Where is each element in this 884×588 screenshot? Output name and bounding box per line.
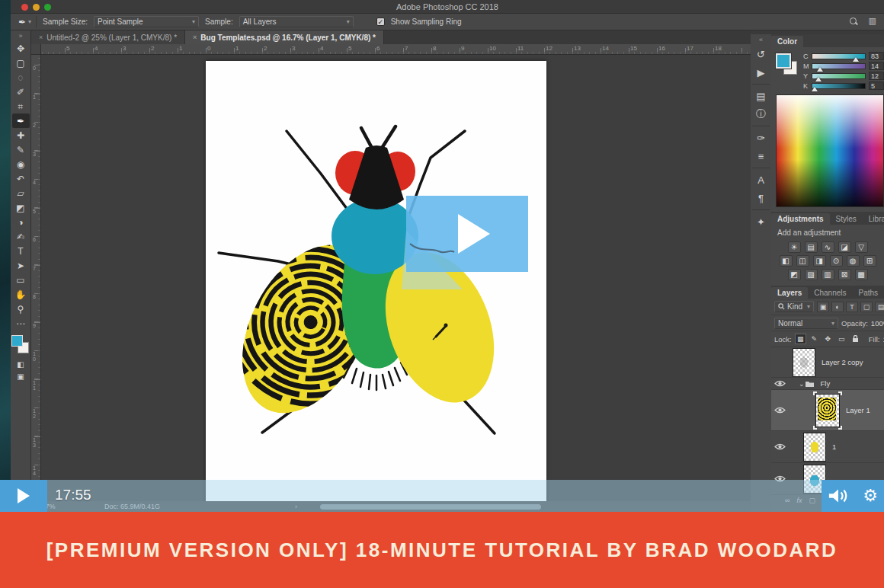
tool-presets-panel-icon[interactable]: ≡ <box>752 147 770 165</box>
tab-color[interactable]: Color <box>771 36 803 47</box>
tool-hand[interactable]: ✋ <box>12 287 30 302</box>
gear-icon[interactable]: ⚙ <box>863 488 878 503</box>
tab-adj-libraries[interactable]: Libraries <box>863 213 884 225</box>
tool-type[interactable]: T <box>12 244 30 258</box>
slider-knob[interactable] <box>817 67 823 72</box>
brightness-contrast-adjustment-icon[interactable]: ☀ <box>788 241 801 253</box>
search-icon[interactable] <box>849 17 858 26</box>
tool-path-selection[interactable]: ➤ <box>12 258 30 273</box>
history-panel-icon[interactable]: ↺ <box>752 45 770 63</box>
channel-value[interactable]: 14 <box>869 62 884 70</box>
tool-eraser[interactable]: ▱ <box>12 186 30 200</box>
layer-visibility-toggle[interactable] <box>771 443 788 451</box>
tab-layers-paths[interactable]: Paths <box>853 287 884 299</box>
channel-slider-m[interactable] <box>812 63 866 69</box>
lock-transparent-pixels-button[interactable]: ▦ <box>795 334 806 344</box>
channel-value[interactable]: 83 <box>869 52 884 60</box>
tool-zoom[interactable]: ⚲ <box>12 302 30 316</box>
layer-thumbnail[interactable] <box>803 433 826 462</box>
close-tab-icon[interactable]: × <box>193 34 197 41</box>
tab-layers-layers[interactable]: Layers <box>771 287 808 299</box>
foreground-color-swatch[interactable] <box>776 53 791 69</box>
tool-edit-toolbar[interactable]: ⋯ <box>12 316 30 331</box>
exposure-adjustment-icon[interactable]: ◪ <box>838 241 851 253</box>
selective-color-adjustment-icon[interactable]: ▩ <box>855 269 868 280</box>
tool-marquee[interactable]: ▢ <box>12 56 30 70</box>
color-spectrum-ramp[interactable] <box>776 94 884 207</box>
channel-slider-y[interactable] <box>812 73 866 79</box>
layer-visibility-toggle[interactable] <box>771 379 788 388</box>
layer-row[interactable]: Layer 2 copy <box>771 347 884 378</box>
channel-mixer-adjustment-icon[interactable]: ◍ <box>847 255 860 267</box>
posterize-adjustment-icon[interactable]: ▨ <box>805 269 818 280</box>
tab-layers-channels[interactable]: Channels <box>808 287 852 299</box>
tab-adj-adjustments[interactable]: Adjustments <box>771 213 830 225</box>
filter-type-layers-icon[interactable]: T <box>846 302 858 312</box>
lock-all-button[interactable] <box>850 334 861 344</box>
opacity-value[interactable]: 100% <box>871 319 884 328</box>
layer-thumbnail[interactable] <box>815 394 840 427</box>
lock-position-button[interactable]: ✥ <box>822 334 834 344</box>
collapse-toolbar-icon[interactable]: » <box>18 32 22 41</box>
tool-crop[interactable]: ⌗ <box>12 99 30 113</box>
channel-value[interactable]: 5 <box>869 81 884 90</box>
layer-row[interactable]: Layer 1 <box>771 390 884 431</box>
levels-adjustment-icon[interactable]: ▤ <box>805 241 818 253</box>
layer-visibility-toggle[interactable] <box>771 406 788 414</box>
tool-dodge[interactable]: ◑ <box>12 215 30 229</box>
slider-knob[interactable] <box>812 87 818 91</box>
layer-row[interactable]: 1 <box>771 431 884 463</box>
slider-knob[interactable] <box>853 57 859 62</box>
paragraph-panel-icon[interactable]: ¶ <box>752 189 770 207</box>
filter-pixel-layers-icon[interactable]: ▣ <box>817 302 829 312</box>
tool-shape[interactable]: ▭ <box>12 273 30 287</box>
tool-quick-selection[interactable]: ✐ <box>12 85 30 99</box>
foreground-color-swatch[interactable] <box>11 335 23 347</box>
lock-artboard-button[interactable]: ▭ <box>836 334 847 344</box>
artwork-canvas[interactable] <box>206 61 546 503</box>
actions-panel-icon[interactable]: ▶ <box>752 63 770 81</box>
photo-filter-adjustment-icon[interactable]: ⊙ <box>830 255 843 267</box>
tool-history-brush[interactable]: ↶ <box>12 171 30 186</box>
vibrance-adjustment-icon[interactable]: ▽ <box>855 241 868 253</box>
sample-select[interactable]: All Layers▾ <box>239 16 354 27</box>
channel-slider-c[interactable] <box>812 53 866 59</box>
channel-slider-k[interactable] <box>812 83 866 89</box>
tool-pen[interactable]: ✍ <box>12 229 30 244</box>
gradient-map-adjustment-icon[interactable]: ⊠ <box>838 269 851 280</box>
group-caret-icon[interactable]: ⌄ <box>799 380 805 388</box>
close-tab-icon[interactable]: × <box>39 34 43 41</box>
document-tab[interactable]: ×Untitled-2 @ 25% (Layer 1, CMYK/8) * <box>31 30 185 44</box>
info-panel-icon[interactable]: ⓘ <box>752 105 770 123</box>
tool-brush[interactable]: ✎ <box>12 142 30 157</box>
tool-healing-brush[interactable]: ✚ <box>12 128 30 142</box>
tool-clone-stamp[interactable]: ◉ <box>12 157 30 171</box>
quick-mask-button[interactable]: ◧ <box>12 358 30 370</box>
hue-saturation-adjustment-icon[interactable]: ◧ <box>780 255 793 267</box>
device-preview-panel-icon[interactable]: ▤ <box>752 87 770 105</box>
character-panel-icon[interactable]: A <box>752 171 770 189</box>
tool-eyedropper[interactable]: ✒ <box>12 113 30 128</box>
layer-filter-kind-select[interactable]: Kind ▾ <box>774 301 814 312</box>
tab-adj-styles[interactable]: Styles <box>830 213 863 225</box>
play-button[interactable] <box>0 480 47 512</box>
lock-image-pixels-button[interactable]: ✎ <box>809 334 820 344</box>
black-white-adjustment-icon[interactable]: ◨ <box>813 255 826 267</box>
layer-thumbnail[interactable] <box>793 348 815 377</box>
tool-gradient[interactable]: ◩ <box>12 200 30 215</box>
expand-dock-icon[interactable]: « <box>759 36 763 45</box>
active-tool-preview[interactable]: ✒ ▾ <box>18 16 37 28</box>
show-sampling-ring-checkbox[interactable]: ✓ <box>376 18 385 26</box>
blend-mode-select[interactable]: Normal▾ <box>774 318 838 329</box>
curves-adjustment-icon[interactable]: ∿ <box>822 241 834 253</box>
slider-knob[interactable] <box>815 77 822 81</box>
color-balance-adjustment-icon[interactable]: ◫ <box>796 255 809 267</box>
color-lookup-adjustment-icon[interactable]: ⊞ <box>863 255 876 267</box>
filter-smart-objects-icon[interactable]: ▤ <box>875 302 884 312</box>
channel-value[interactable]: 12 <box>869 72 884 80</box>
volume-icon[interactable] <box>828 487 849 504</box>
tool-lasso[interactable]: ◌ <box>12 70 30 85</box>
workspace-icon[interactable]: ▥ <box>869 16 876 26</box>
threshold-adjustment-icon[interactable]: ▥ <box>822 269 834 280</box>
sample-size-select[interactable]: Point Sample▾ <box>94 16 199 27</box>
